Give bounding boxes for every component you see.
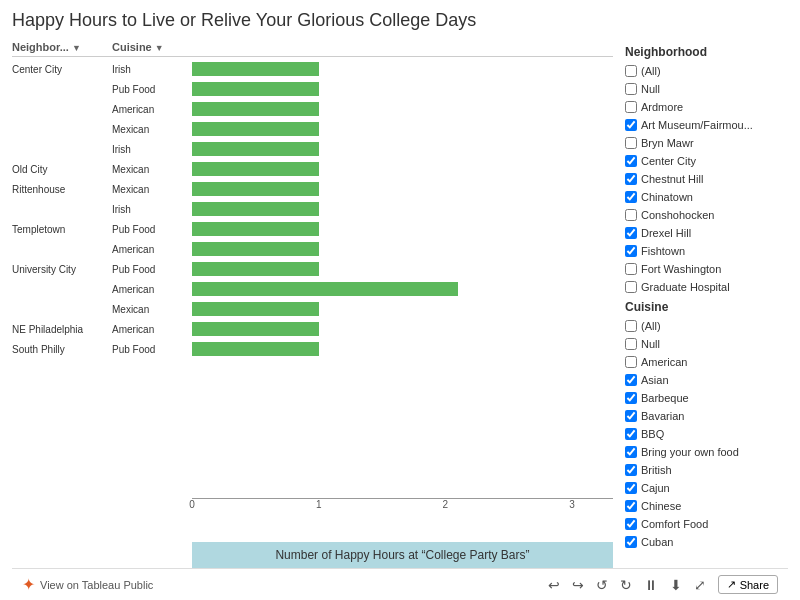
col-header-bar: [192, 41, 613, 53]
bar-fill[interactable]: [192, 222, 319, 236]
cell-cuisine: American: [112, 284, 192, 295]
neighborhood-filter-icon[interactable]: ▼: [72, 43, 81, 53]
bar-fill[interactable]: [192, 202, 319, 216]
undo-icon[interactable]: ↩: [548, 577, 560, 593]
cell-bar: [192, 262, 613, 276]
forward-icon[interactable]: ↻: [620, 577, 632, 593]
bar-fill[interactable]: [192, 302, 319, 316]
cuisine-item[interactable]: Bavarian: [625, 407, 788, 425]
bar-fill[interactable]: [192, 242, 319, 256]
neighborhood-checkbox[interactable]: [625, 101, 637, 113]
table-row: Mexican: [12, 119, 613, 139]
tableau-logo[interactable]: ✦ View on Tableau Public: [22, 575, 153, 594]
neighborhood-checkbox[interactable]: [625, 263, 637, 275]
table-row: Rittenhouse Mexican: [12, 179, 613, 199]
bar-fill[interactable]: [192, 82, 319, 96]
bar-fill[interactable]: [192, 62, 319, 76]
cuisine-item[interactable]: Null: [625, 335, 788, 353]
neighborhood-checkbox[interactable]: [625, 281, 637, 293]
neighborhood-item[interactable]: Chinatown: [625, 188, 788, 206]
share-button[interactable]: ↗ Share: [718, 575, 778, 594]
bar-fill[interactable]: [192, 262, 319, 276]
neighborhood-item[interactable]: Drexel Hill: [625, 224, 788, 242]
bar-fill[interactable]: [192, 322, 319, 336]
col-header-cuisine[interactable]: Cuisine ▼: [112, 41, 192, 53]
cuisine-item[interactable]: Asian: [625, 371, 788, 389]
cuisine-checkbox[interactable]: [625, 446, 637, 458]
cuisine-checkbox[interactable]: [625, 536, 637, 548]
table-header: Neighbor... ▼ Cuisine ▼: [12, 41, 613, 57]
bar-fill[interactable]: [192, 182, 319, 196]
cuisine-item[interactable]: Bring your own food: [625, 443, 788, 461]
cuisine-item[interactable]: Cajun: [625, 479, 788, 497]
cuisine-checkbox[interactable]: [625, 518, 637, 530]
table-row: Irish: [12, 139, 613, 159]
cuisine-checkbox[interactable]: [625, 464, 637, 476]
cell-bar: [192, 202, 613, 216]
reset-icon[interactable]: ↺: [596, 577, 608, 593]
table-row: University City Pub Food: [12, 259, 613, 279]
neighborhood-checkbox[interactable]: [625, 191, 637, 203]
cuisine-item[interactable]: Barbeque: [625, 389, 788, 407]
cuisine-checkbox[interactable]: [625, 392, 637, 404]
cell-neighborhood: Rittenhouse: [12, 184, 112, 195]
neighborhood-item[interactable]: Bryn Mawr: [625, 134, 788, 152]
neighborhood-checkbox[interactable]: [625, 83, 637, 95]
bar-fill[interactable]: [192, 162, 319, 176]
cuisine-checkbox[interactable]: [625, 320, 637, 332]
neighborhood-checkbox[interactable]: [625, 155, 637, 167]
cuisine-checkbox[interactable]: [625, 374, 637, 386]
cuisine-filter-icon[interactable]: ▼: [155, 43, 164, 53]
cell-bar: [192, 62, 613, 76]
neighborhood-item[interactable]: Chestnut Hill: [625, 170, 788, 188]
fullscreen-icon[interactable]: ⤢: [694, 577, 706, 593]
cuisine-checkbox[interactable]: [625, 410, 637, 422]
neighborhood-item[interactable]: Fort Washington: [625, 260, 788, 278]
cuisine-checkbox[interactable]: [625, 500, 637, 512]
neighborhood-checkbox[interactable]: [625, 65, 637, 77]
bar-fill[interactable]: [192, 282, 458, 296]
neighborhood-checkbox[interactable]: [625, 245, 637, 257]
cell-bar: [192, 122, 613, 136]
neighborhood-checkbox[interactable]: [625, 119, 637, 131]
tableau-link[interactable]: View on Tableau Public: [40, 579, 153, 591]
download-icon[interactable]: ⬇: [670, 577, 682, 593]
cuisine-checkbox[interactable]: [625, 428, 637, 440]
neighborhood-item[interactable]: Ardmore: [625, 98, 788, 116]
cell-bar: [192, 242, 613, 256]
redo-icon[interactable]: ↪: [572, 577, 584, 593]
neighborhood-item[interactable]: Conshohocken: [625, 206, 788, 224]
cuisine-item[interactable]: Chinese: [625, 497, 788, 515]
bar-fill[interactable]: [192, 142, 319, 156]
neighborhood-item[interactable]: Null: [625, 80, 788, 98]
axis-tick: 0: [189, 499, 195, 510]
cuisine-item[interactable]: Cuban: [625, 533, 788, 551]
cuisine-item[interactable]: BBQ: [625, 425, 788, 443]
cell-bar: [192, 102, 613, 116]
neighborhood-checkbox[interactable]: [625, 227, 637, 239]
axis-tick: 2: [443, 499, 449, 510]
neighborhood-item[interactable]: Art Museum/Fairmou...: [625, 116, 788, 134]
neighborhood-item[interactable]: Graduate Hospital: [625, 278, 788, 296]
bar-fill[interactable]: [192, 102, 319, 116]
cuisine-checkbox[interactable]: [625, 338, 637, 350]
cell-cuisine: Mexican: [112, 124, 192, 135]
neighborhood-checkbox[interactable]: [625, 209, 637, 221]
bar-fill[interactable]: [192, 342, 319, 356]
cuisine-item[interactable]: (All): [625, 317, 788, 335]
cuisine-checkbox[interactable]: [625, 356, 637, 368]
col-header-neighborhood[interactable]: Neighbor... ▼: [12, 41, 112, 53]
neighborhood-item[interactable]: Center City: [625, 152, 788, 170]
neighborhood-checkbox[interactable]: [625, 173, 637, 185]
neighborhood-item[interactable]: Fishtown: [625, 242, 788, 260]
bar-fill[interactable]: [192, 122, 319, 136]
pause-icon[interactable]: ⏸: [644, 577, 658, 593]
cuisine-item[interactable]: American: [625, 353, 788, 371]
neighborhood-item[interactable]: (All): [625, 62, 788, 80]
cuisine-item[interactable]: Comfort Food: [625, 515, 788, 533]
neighborhood-checkbox[interactable]: [625, 137, 637, 149]
page-title: Happy Hours to Live or Relive Your Glori…: [12, 10, 788, 31]
cuisine-item[interactable]: British: [625, 461, 788, 479]
cell-bar: [192, 322, 613, 336]
cuisine-checkbox[interactable]: [625, 482, 637, 494]
